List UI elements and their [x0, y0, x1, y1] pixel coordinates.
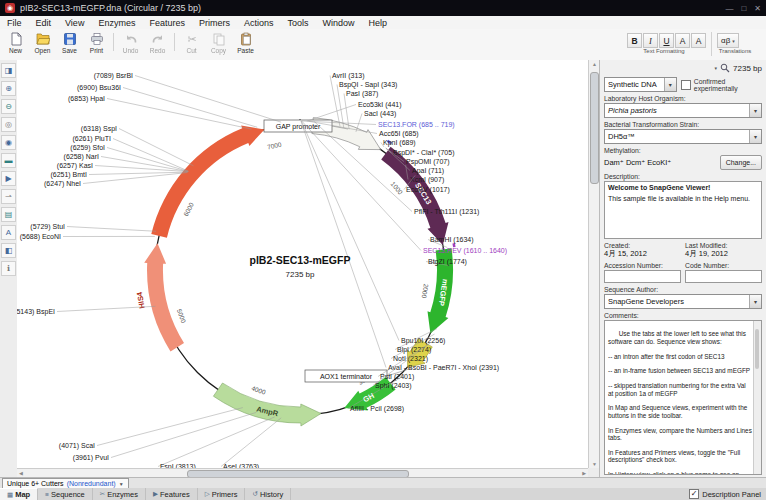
- bold-button[interactable]: B: [627, 33, 642, 48]
- enzyme-site-label[interactable]: SphI (2403): [375, 382, 412, 390]
- labels-icon[interactable]: A: [1, 225, 16, 240]
- enzyme-site-label[interactable]: PspOMI (707): [406, 158, 450, 166]
- description-panel-toggle[interactable]: Description Panel: [689, 488, 761, 500]
- plasmid-map[interactable]: 1000200030004000500060007000GAP promoter…: [17, 60, 588, 468]
- enzyme-site-label[interactable]: XcmI (907): [410, 176, 444, 184]
- enzyme-site-label[interactable]: (7089) BsrBI: [94, 72, 133, 80]
- font-larger-button[interactable]: A: [675, 33, 690, 48]
- menu-help[interactable]: Help: [361, 16, 394, 29]
- save-button[interactable]: Save: [56, 30, 83, 54]
- enzyme-site-label[interactable]: BspQI - SapI (343): [339, 81, 397, 89]
- enzyme-site-label[interactable]: NotI (2321): [393, 355, 428, 363]
- enzyme-site-label[interactable]: BlpI (2274): [397, 346, 431, 354]
- enzyme-site-label[interactable]: (3961) PvuI: [73, 454, 109, 462]
- enzyme-site-label[interactable]: (6853) HpaI: [68, 95, 105, 103]
- enzyme-site-label[interactable]: Acc65I (685): [379, 130, 419, 138]
- scroll-left-icon[interactable]: ◀: [19, 470, 23, 476]
- enzyme-site-label[interactable]: EcoRV (1017): [406, 186, 450, 194]
- enzyme-site-label[interactable]: (6247) NheI: [44, 180, 81, 188]
- close-icon[interactable]: ✕: [754, 4, 761, 13]
- enzyme-site-label[interactable]: (4071) ScaI: [59, 442, 95, 450]
- menu-enzymes[interactable]: Enzymes: [91, 16, 142, 29]
- linear-map-icon[interactable]: ▬: [1, 153, 16, 168]
- italic-button[interactable]: I: [643, 33, 658, 48]
- underline-button[interactable]: U: [659, 33, 674, 48]
- author-select[interactable]: SnapGene Developers: [604, 294, 762, 309]
- show-enzymes-icon[interactable]: ◨: [1, 63, 16, 78]
- tab-history[interactable]: ↺History: [245, 488, 291, 500]
- tab-sequence[interactable]: ≡Sequence: [38, 488, 93, 500]
- enzyme-site-label[interactable]: AvrII (313): [332, 72, 365, 80]
- enzyme-site-label[interactable]: AflIII - PciI (2698): [350, 405, 404, 413]
- menu-edit[interactable]: Edit: [29, 16, 59, 29]
- feature-his4[interactable]: [144, 243, 184, 351]
- print-button[interactable]: Print: [83, 30, 110, 54]
- feature-ampr[interactable]: [213, 383, 321, 426]
- orfs-icon[interactable]: ▤: [1, 207, 16, 222]
- zoom-in-icon[interactable]: ⊕: [1, 81, 16, 96]
- description-panel-checkbox[interactable]: [689, 489, 699, 499]
- enzyme-site-label[interactable]: SEC13.REV (1610 .. 1640): [423, 247, 507, 255]
- enzyme-site-label[interactable]: PasI (387): [346, 90, 378, 98]
- confirmed-checkbox[interactable]: [681, 80, 691, 90]
- menu-features[interactable]: Features: [142, 16, 192, 29]
- enzyme-site-label[interactable]: (6257) KasI: [57, 162, 93, 170]
- description-box[interactable]: Welcome to SnapGene Viewer! This sample …: [604, 181, 762, 239]
- minimize-icon[interactable]: —: [725, 4, 733, 13]
- code-number-input[interactable]: [685, 270, 762, 283]
- enzyme-site-label[interactable]: SEC13.FOR (685 .. 719): [378, 121, 455, 129]
- enzyme-site-label[interactable]: Bpu10I (2256): [401, 337, 445, 345]
- map-canvas[interactable]: 1000200030004000500060007000GAP promoter…: [17, 60, 588, 468]
- new-button[interactable]: New: [2, 30, 29, 54]
- enzyme-site-label[interactable]: (6900) Bsu36I: [77, 84, 121, 92]
- enzyme-site-label[interactable]: (5143) BspEI: [17, 308, 55, 316]
- accession-input[interactable]: [604, 270, 681, 283]
- menu-actions[interactable]: Actions: [237, 16, 281, 29]
- fit-view-icon[interactable]: ◎: [1, 117, 16, 132]
- circular-map-icon[interactable]: ◉: [1, 135, 16, 150]
- enzyme-site-label[interactable]: Eco53kI (441): [358, 101, 402, 109]
- enzyme-site-label[interactable]: PflFI - Tth111I (1231): [414, 208, 479, 216]
- translations-button[interactable]: αβ ▾: [717, 33, 739, 48]
- primers-icon[interactable]: ⇀: [1, 189, 16, 204]
- tab-features[interactable]: ▶Features: [146, 488, 198, 500]
- enzyme-site-label[interactable]: (6259) SfoI: [70, 144, 105, 152]
- info-icon[interactable]: ℹ: [1, 261, 16, 276]
- enzyme-site-label[interactable]: BspDI* - ClaI* (705): [393, 149, 454, 157]
- enzyme-site-label[interactable]: KpnI (689): [383, 139, 416, 147]
- zoom-out-icon[interactable]: ⊖: [1, 99, 16, 114]
- open-button[interactable]: Open: [29, 30, 56, 54]
- enzyme-site-label[interactable]: (6318) SspI: [81, 125, 117, 133]
- comments-scrollbar[interactable]: [753, 321, 761, 474]
- enzyme-site-label[interactable]: ApaI (711): [412, 167, 444, 175]
- comments-box[interactable]: Use the tabs at the lower left to see wh…: [604, 320, 762, 475]
- colors-icon[interactable]: ◧: [1, 243, 16, 258]
- enzyme-site-label[interactable]: SacI (443): [364, 110, 396, 118]
- tab-primers[interactable]: ▷Primers: [198, 488, 246, 500]
- enzyme-site-label[interactable]: BamHI (1634): [430, 236, 474, 244]
- change-button[interactable]: Change...: [720, 155, 762, 170]
- menu-tools[interactable]: Tools: [280, 16, 315, 29]
- enzyme-site-label[interactable]: (6261) PluTI: [72, 135, 111, 143]
- enzyme-site-label[interactable]: (5688) EcoNI: [20, 233, 61, 241]
- dna-type-select[interactable]: Synthetic DNA: [604, 77, 677, 92]
- chevron-down-icon[interactable]: ▾: [715, 65, 718, 71]
- menu-primers[interactable]: Primers: [192, 16, 237, 29]
- enzyme-site-label[interactable]: (5729) StuI: [30, 223, 65, 231]
- feature-his4[interactable]: [151, 126, 264, 238]
- enzyme-site-label[interactable]: AvaI - BsoBI - PaeR7I - XhoI (2391): [388, 364, 499, 372]
- menu-window[interactable]: Window: [315, 16, 361, 29]
- enzyme-site-label[interactable]: (6251) BmtI: [50, 171, 87, 179]
- features-icon[interactable]: ▶: [1, 171, 16, 186]
- vertical-scroll-thumb[interactable]: [590, 72, 599, 184]
- strain-select[interactable]: DH5α™: [604, 129, 762, 144]
- zoom-control[interactable]: ▾ 7235 bp: [604, 62, 762, 74]
- paste-button[interactable]: Paste: [232, 30, 259, 54]
- host-select[interactable]: Pichia pastoris: [604, 103, 762, 118]
- enzyme-site-label[interactable]: BtgZI (1774): [428, 258, 467, 266]
- enzyme-site-label[interactable]: (6258) NarI: [64, 153, 99, 161]
- font-smaller-button[interactable]: A: [691, 33, 706, 48]
- tab-enzymes[interactable]: ✂Enzymes: [93, 488, 146, 500]
- comments-scroll-thumb[interactable]: [755, 329, 759, 369]
- menu-view[interactable]: View: [58, 16, 91, 29]
